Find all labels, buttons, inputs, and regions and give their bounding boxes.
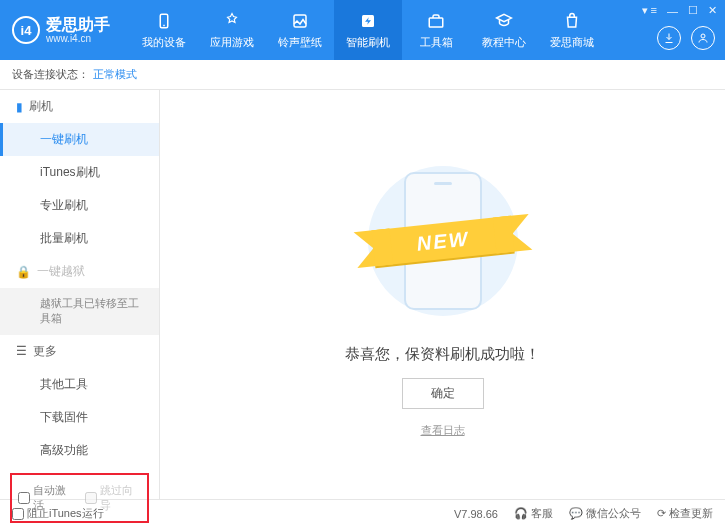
- sidebar-jailbreak-note: 越狱工具已转移至工具箱: [0, 288, 159, 335]
- minimize-button[interactable]: —: [667, 5, 678, 17]
- close-button[interactable]: ✕: [708, 4, 717, 17]
- nav-label: 铃声壁纸: [278, 35, 322, 50]
- success-illustration: NEW: [343, 151, 543, 331]
- view-log-link[interactable]: 查看日志: [421, 423, 465, 438]
- check-update-link[interactable]: ⟳检查更新: [657, 506, 713, 521]
- nav-label: 教程中心: [482, 35, 526, 50]
- nav-label: 爱思商城: [550, 35, 594, 50]
- sidebar-item-other-tools[interactable]: 其他工具: [0, 368, 159, 401]
- refresh-icon: ⟳: [657, 507, 666, 520]
- maximize-button[interactable]: ☐: [688, 4, 698, 17]
- sidebar-item-pro[interactable]: 专业刷机: [0, 189, 159, 222]
- svg-rect-4: [429, 18, 443, 27]
- sidebar-item-download-fw[interactable]: 下载固件: [0, 401, 159, 434]
- app-header: i4 爱思助手 www.i4.cn 我的设备 应用游戏 铃声壁纸 智能刷机 工具…: [0, 0, 725, 60]
- sidebar-section-jailbreak: 🔒 一键越狱: [0, 255, 159, 288]
- nav-ringtones[interactable]: 铃声壁纸: [266, 0, 334, 60]
- wechat-icon: 💬: [569, 507, 583, 520]
- window-controls: ▾ ≡ — ☐ ✕: [642, 4, 717, 17]
- nav-label: 应用游戏: [210, 35, 254, 50]
- status-value: 正常模式: [93, 67, 137, 82]
- user-button[interactable]: [691, 26, 715, 50]
- wallpaper-icon: [290, 11, 310, 31]
- flash-icon: [358, 11, 378, 31]
- apps-icon: [222, 11, 242, 31]
- nav-flash[interactable]: 智能刷机: [334, 0, 402, 60]
- skip-guide-checkbox[interactable]: 跳过向导: [85, 483, 142, 513]
- ok-button[interactable]: 确定: [402, 378, 484, 409]
- svg-point-5: [701, 34, 705, 38]
- device-icon: [154, 11, 174, 31]
- main-content: NEW 恭喜您，保资料刷机成功啦！ 确定 查看日志: [160, 90, 725, 499]
- nav-tutorials[interactable]: 教程中心: [470, 0, 538, 60]
- app-logo: i4 爱思助手 www.i4.cn: [0, 16, 122, 45]
- sidebar: ▮ 刷机 一键刷机 iTunes刷机 专业刷机 批量刷机 🔒 一键越狱 越狱工具…: [0, 90, 160, 499]
- success-message: 恭喜您，保资料刷机成功啦！: [345, 345, 540, 364]
- menu-icon[interactable]: ▾ ≡: [642, 4, 657, 17]
- store-icon: [562, 11, 582, 31]
- sidebar-section-more[interactable]: ☰ 更多: [0, 335, 159, 368]
- support-link[interactable]: 🎧客服: [514, 506, 553, 521]
- top-nav: 我的设备 应用游戏 铃声壁纸 智能刷机 工具箱 教程中心 爱思商城: [130, 0, 606, 60]
- app-subtitle: www.i4.cn: [46, 33, 110, 44]
- nav-label: 我的设备: [142, 35, 186, 50]
- lock-icon: 🔒: [16, 265, 31, 279]
- phone-icon: ▮: [16, 100, 23, 114]
- status-label: 设备连接状态：: [12, 67, 89, 82]
- nav-label: 智能刷机: [346, 35, 390, 50]
- nav-label: 工具箱: [420, 35, 453, 50]
- auto-activate-checkbox[interactable]: 自动激活: [18, 483, 75, 513]
- status-bar: 设备连接状态： 正常模式: [0, 60, 725, 90]
- options-box: 自动激活 跳过向导: [10, 473, 149, 523]
- nav-apps[interactable]: 应用游戏: [198, 0, 266, 60]
- version-label: V7.98.66: [454, 508, 498, 520]
- sidebar-item-oneclick[interactable]: 一键刷机: [0, 123, 159, 156]
- nav-my-device[interactable]: 我的设备: [130, 0, 198, 60]
- list-icon: ☰: [16, 344, 27, 358]
- nav-store[interactable]: 爱思商城: [538, 0, 606, 60]
- sidebar-item-advanced[interactable]: 高级功能: [0, 434, 159, 467]
- logo-icon: i4: [12, 16, 40, 44]
- sidebar-item-batch[interactable]: 批量刷机: [0, 222, 159, 255]
- download-button[interactable]: [657, 26, 681, 50]
- sidebar-item-itunes[interactable]: iTunes刷机: [0, 156, 159, 189]
- sidebar-section-flash[interactable]: ▮ 刷机: [0, 90, 159, 123]
- toolbox-icon: [426, 11, 446, 31]
- nav-toolbox[interactable]: 工具箱: [402, 0, 470, 60]
- wechat-link[interactable]: 💬微信公众号: [569, 506, 641, 521]
- tutorial-icon: [494, 11, 514, 31]
- headset-icon: 🎧: [514, 507, 528, 520]
- app-title: 爱思助手: [46, 16, 110, 34]
